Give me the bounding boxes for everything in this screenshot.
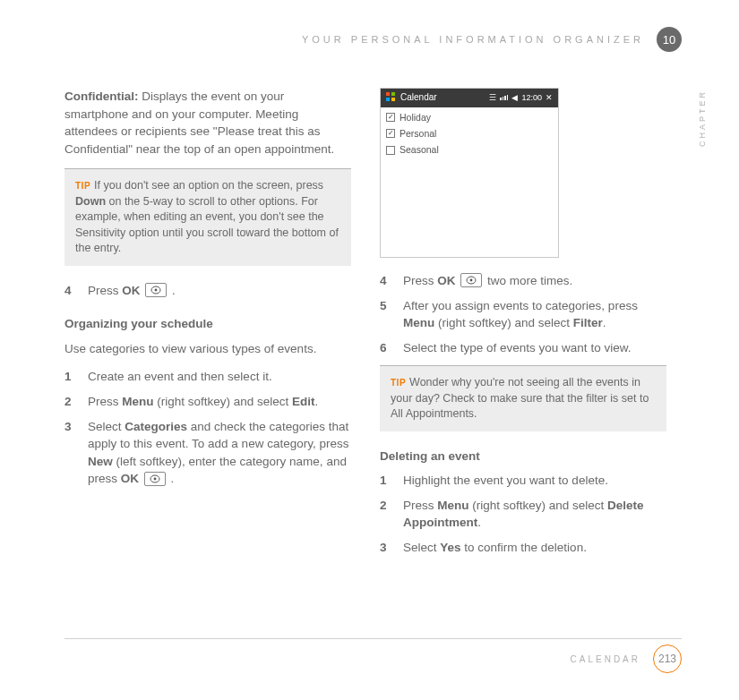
- checklist-row: Seasonal: [386, 143, 553, 157]
- screenshot-body: ✓Holiday ✓Personal Seasonal: [381, 107, 558, 164]
- t: OK: [437, 274, 455, 287]
- step-text: Select Yes to confirm the deletion.: [403, 539, 587, 557]
- t: Yes: [440, 541, 460, 554]
- right-step-6: 6 Select the type of events you want to …: [380, 339, 666, 357]
- page-header: YOUR PERSONAL INFORMATION ORGANIZER 10: [64, 27, 682, 52]
- screenshot-titlebar: Calendar ☰ ◀ 12:00 ✕: [381, 89, 558, 107]
- tip-label: TIP: [391, 378, 406, 388]
- svg-point-3: [153, 477, 156, 480]
- t: Menu: [122, 395, 153, 408]
- t: New: [88, 455, 113, 468]
- page-number: 213: [653, 645, 682, 673]
- step-number: 4: [64, 282, 77, 300]
- step-text: Press Menu (right softkey) and select Ed…: [88, 393, 318, 411]
- ok-button-icon: [145, 283, 167, 297]
- org-step-3: 3 Select Categories and check the catego…: [64, 418, 351, 488]
- step-text: Select the type of events you want to vi…: [403, 339, 631, 357]
- org-step-2: 2 Press Menu (right softkey) and select …: [64, 393, 351, 411]
- t: (right softkey) and select: [434, 316, 573, 329]
- step-number: 1: [380, 472, 392, 490]
- header-title: YOUR PERSONAL INFORMATION ORGANIZER: [302, 34, 644, 45]
- t: OK: [121, 472, 139, 485]
- radio-icon: ☰: [489, 92, 496, 104]
- step-text: Highlight the event you want to delete.: [403, 472, 608, 490]
- chapter-label-vertical: CHAPTER: [698, 90, 707, 147]
- t: two more times.: [487, 274, 572, 287]
- titlebar-left: Calendar: [386, 91, 437, 105]
- step-text: Press OK two more times.: [403, 272, 572, 290]
- organizing-intro: Use categories to view various types of …: [64, 340, 351, 358]
- tip1-part-a: If you don't see an option on the screen…: [94, 179, 323, 192]
- t: Press: [88, 395, 122, 408]
- ok-button-icon: [460, 273, 482, 287]
- t: Edit: [292, 395, 315, 408]
- step4-a: Press: [88, 284, 122, 297]
- tip1-bold: Down: [75, 195, 106, 208]
- step-4: 4 Press OK .: [64, 282, 351, 300]
- step-number: 4: [380, 272, 392, 290]
- step-number: 2: [380, 497, 392, 532]
- svg-point-1: [155, 289, 158, 292]
- step4-b: .: [168, 284, 176, 297]
- t: Menu: [437, 499, 468, 512]
- t: Filter: [573, 316, 603, 329]
- del-step-2: 2 Press Menu (right softkey) and select …: [380, 497, 666, 532]
- chapter-number-badge: 10: [657, 27, 682, 52]
- speaker-icon: ◀: [511, 92, 518, 104]
- ok-button-icon: [144, 472, 166, 486]
- page: YOUR PERSONAL INFORMATION ORGANIZER 10 C…: [0, 0, 739, 700]
- windows-icon: [386, 92, 397, 103]
- right-step-4: 4 Press OK two more times.: [380, 272, 666, 290]
- left-column: Confidential: Displays the event on your…: [64, 88, 351, 564]
- confidential-paragraph: Confidential: Displays the event on your…: [64, 88, 351, 158]
- screenshot-time: 12:00: [521, 92, 542, 104]
- step-text: Press Menu (right softkey) and select De…: [403, 497, 666, 532]
- t: Press: [403, 274, 437, 287]
- checklist-label: Seasonal: [400, 143, 439, 157]
- step-number: 5: [380, 297, 392, 332]
- t: .: [315, 395, 319, 408]
- t: After you assign events to categories, p…: [403, 299, 638, 312]
- del-step-3: 3 Select Yes to confirm the deletion.: [380, 539, 666, 557]
- step-text: After you assign events to categories, p…: [403, 297, 666, 332]
- page-footer: CALENDAR 213: [571, 645, 682, 673]
- t: .: [168, 472, 175, 485]
- t: .: [477, 516, 481, 529]
- confidential-label: Confidential:: [64, 90, 139, 103]
- content-columns: Confidential: Displays the event on your…: [64, 88, 682, 564]
- svg-point-5: [470, 279, 473, 282]
- t: (right softkey) and select: [154, 395, 293, 408]
- step-text: Create an event and then select it.: [88, 368, 272, 386]
- screenshot-app-title: Calendar: [400, 91, 437, 105]
- calendar-screenshot: Calendar ☰ ◀ 12:00 ✕ ✓Holiday ✓Personal …: [380, 88, 559, 258]
- subhead-organizing: Organizing your schedule: [64, 315, 351, 333]
- tip-box-2: TIPWonder why you're not seeing all the …: [380, 365, 666, 431]
- tip-box-1: TIPIf you don't see an option on the scr…: [64, 168, 351, 266]
- t: Select: [403, 541, 440, 554]
- checklist-row: ✓Personal: [386, 127, 553, 141]
- step-text: Select Categories and check the categori…: [88, 418, 351, 488]
- subhead-deleting: Deleting an event: [380, 448, 666, 465]
- step-number: 3: [380, 539, 392, 557]
- checkbox-icon: ✓: [386, 113, 395, 122]
- step-text: Press OK .: [88, 282, 176, 300]
- footer-rule: [64, 638, 682, 639]
- right-step-5: 5 After you assign events to categories,…: [380, 297, 666, 332]
- t: Select: [88, 420, 125, 433]
- checklist-label: Personal: [400, 127, 436, 141]
- t: .: [603, 316, 606, 329]
- t: Press: [403, 499, 437, 512]
- tip1-part-b: on the 5-way to scroll to other options.…: [75, 195, 339, 255]
- org-step-1: 1 Create an event and then select it.: [64, 368, 351, 386]
- t: Categories: [125, 420, 187, 433]
- signal-icon: [500, 95, 508, 100]
- t: to confirm the deletion.: [461, 541, 587, 554]
- tip2-text: Wonder why you're not seeing all the eve…: [391, 376, 649, 420]
- step4-bold: OK: [122, 284, 140, 297]
- checklist-row: ✓Holiday: [386, 111, 553, 124]
- step-number: 1: [64, 368, 77, 386]
- step-number: 6: [380, 339, 392, 357]
- checkbox-icon: ✓: [386, 129, 395, 138]
- del-step-1: 1 Highlight the event you want to delete…: [380, 472, 666, 490]
- checkbox-icon: [386, 146, 395, 155]
